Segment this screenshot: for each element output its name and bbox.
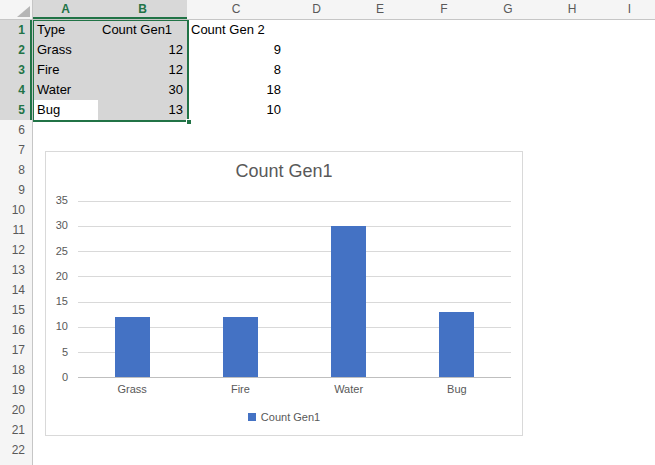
cell-B2[interactable]: 12 bbox=[98, 40, 188, 61]
cell-F3[interactable] bbox=[412, 60, 477, 81]
cell-G1[interactable] bbox=[476, 20, 541, 41]
cell-I11[interactable] bbox=[604, 220, 655, 241]
cell-G22[interactable] bbox=[476, 440, 541, 461]
cell-A22[interactable] bbox=[33, 440, 99, 461]
row-header-17[interactable]: 17 bbox=[0, 340, 33, 361]
cell-G4[interactable] bbox=[476, 80, 541, 101]
cell-D22[interactable] bbox=[285, 440, 349, 461]
row-header-1[interactable]: 1 bbox=[0, 20, 33, 41]
cell-E22[interactable] bbox=[348, 440, 413, 461]
row-header-11[interactable]: 11 bbox=[0, 220, 33, 241]
cell-A4[interactable]: Water bbox=[33, 80, 99, 101]
column-header-E[interactable]: E bbox=[348, 0, 413, 20]
row-header-7[interactable]: 7 bbox=[0, 140, 33, 161]
cell-B22[interactable] bbox=[98, 440, 188, 461]
cell-H15[interactable] bbox=[540, 300, 605, 321]
cell-E4[interactable] bbox=[348, 80, 413, 101]
cell-H18[interactable] bbox=[540, 360, 605, 381]
cell-D4[interactable] bbox=[285, 80, 349, 101]
row-header-14[interactable]: 14 bbox=[0, 280, 33, 301]
cell-A3[interactable]: Fire bbox=[33, 60, 99, 81]
cell-H9[interactable] bbox=[540, 180, 605, 201]
row-header-13[interactable]: 13 bbox=[0, 260, 33, 281]
cell-I19[interactable] bbox=[604, 380, 655, 401]
row-header-5[interactable]: 5 bbox=[0, 100, 33, 121]
cell-A1[interactable]: Type bbox=[33, 20, 99, 41]
cell-F1[interactable] bbox=[412, 20, 477, 41]
row-header-18[interactable]: 18 bbox=[0, 360, 33, 381]
cell-I3[interactable] bbox=[604, 60, 655, 81]
cell-H22[interactable] bbox=[540, 440, 605, 461]
cell-C22[interactable] bbox=[187, 440, 286, 461]
cell-I22[interactable] bbox=[604, 440, 655, 461]
cell-H17[interactable] bbox=[540, 340, 605, 361]
cell-G2[interactable] bbox=[476, 40, 541, 61]
cell-D6[interactable] bbox=[285, 120, 349, 141]
cell-I20[interactable] bbox=[604, 400, 655, 421]
column-header-I[interactable]: I bbox=[604, 0, 655, 20]
cell-C4[interactable]: 18 bbox=[187, 80, 286, 101]
cell-B3[interactable]: 12 bbox=[98, 60, 188, 81]
cell-I21[interactable] bbox=[604, 420, 655, 441]
cell-C3[interactable]: 8 bbox=[187, 60, 286, 81]
cell-H7[interactable] bbox=[540, 140, 605, 161]
bar-Grass[interactable] bbox=[115, 317, 150, 378]
row-header-21[interactable]: 21 bbox=[0, 420, 33, 441]
cell-E2[interactable] bbox=[348, 40, 413, 61]
row-header-23[interactable] bbox=[0, 460, 33, 465]
cell-I23[interactable] bbox=[604, 460, 655, 465]
cell-H8[interactable] bbox=[540, 160, 605, 181]
cell-G6[interactable] bbox=[476, 120, 541, 141]
chart[interactable]: Count Gen1 05101520253035GrassFireWaterB… bbox=[45, 151, 523, 436]
cell-I14[interactable] bbox=[604, 280, 655, 301]
cell-B4[interactable]: 30 bbox=[98, 80, 188, 101]
row-header-15[interactable]: 15 bbox=[0, 300, 33, 321]
cell-H10[interactable] bbox=[540, 200, 605, 221]
cell-I18[interactable] bbox=[604, 360, 655, 381]
cell-B5[interactable]: 13 bbox=[98, 100, 188, 121]
cell-H4[interactable] bbox=[540, 80, 605, 101]
cell-F2[interactable] bbox=[412, 40, 477, 61]
cell-D5[interactable] bbox=[285, 100, 349, 121]
cell-H20[interactable] bbox=[540, 400, 605, 421]
cell-H12[interactable] bbox=[540, 240, 605, 261]
cell-A6[interactable] bbox=[33, 120, 99, 141]
cell-I8[interactable] bbox=[604, 160, 655, 181]
cell-B6[interactable] bbox=[98, 120, 188, 141]
cell-F5[interactable] bbox=[412, 100, 477, 121]
row-header-4[interactable]: 4 bbox=[0, 80, 33, 101]
cell-E23[interactable] bbox=[348, 460, 413, 465]
row-header-12[interactable]: 12 bbox=[0, 240, 33, 261]
cell-I1[interactable] bbox=[604, 20, 655, 41]
row-header-3[interactable]: 3 bbox=[0, 60, 33, 81]
cell-F22[interactable] bbox=[412, 440, 477, 461]
cell-D2[interactable] bbox=[285, 40, 349, 61]
row-header-20[interactable]: 20 bbox=[0, 400, 33, 421]
row-header-2[interactable]: 2 bbox=[0, 40, 33, 61]
row-header-16[interactable]: 16 bbox=[0, 320, 33, 341]
cell-H14[interactable] bbox=[540, 280, 605, 301]
cell-H21[interactable] bbox=[540, 420, 605, 441]
cell-I5[interactable] bbox=[604, 100, 655, 121]
cell-I2[interactable] bbox=[604, 40, 655, 61]
cell-C5[interactable]: 10 bbox=[187, 100, 286, 121]
cell-A2[interactable]: Grass bbox=[33, 40, 99, 61]
cell-D23[interactable] bbox=[285, 460, 349, 465]
cell-C1[interactable]: Count Gen 2 bbox=[187, 20, 286, 41]
column-header-B[interactable]: B bbox=[98, 0, 188, 20]
cell-I9[interactable] bbox=[604, 180, 655, 201]
column-header-F[interactable]: F bbox=[412, 0, 477, 20]
row-header-6[interactable]: 6 bbox=[0, 120, 33, 141]
cell-H5[interactable] bbox=[540, 100, 605, 121]
cell-F6[interactable] bbox=[412, 120, 477, 141]
cell-D1[interactable] bbox=[285, 20, 349, 41]
column-header-G[interactable]: G bbox=[476, 0, 541, 20]
chart-title[interactable]: Count Gen1 bbox=[46, 161, 522, 182]
cell-I17[interactable] bbox=[604, 340, 655, 361]
cell-D3[interactable] bbox=[285, 60, 349, 81]
row-header-9[interactable]: 9 bbox=[0, 180, 33, 201]
cell-B23[interactable] bbox=[98, 460, 188, 465]
column-header-D[interactable]: D bbox=[285, 0, 349, 20]
cell-A5[interactable]: Bug bbox=[33, 100, 99, 121]
cell-I7[interactable] bbox=[604, 140, 655, 161]
